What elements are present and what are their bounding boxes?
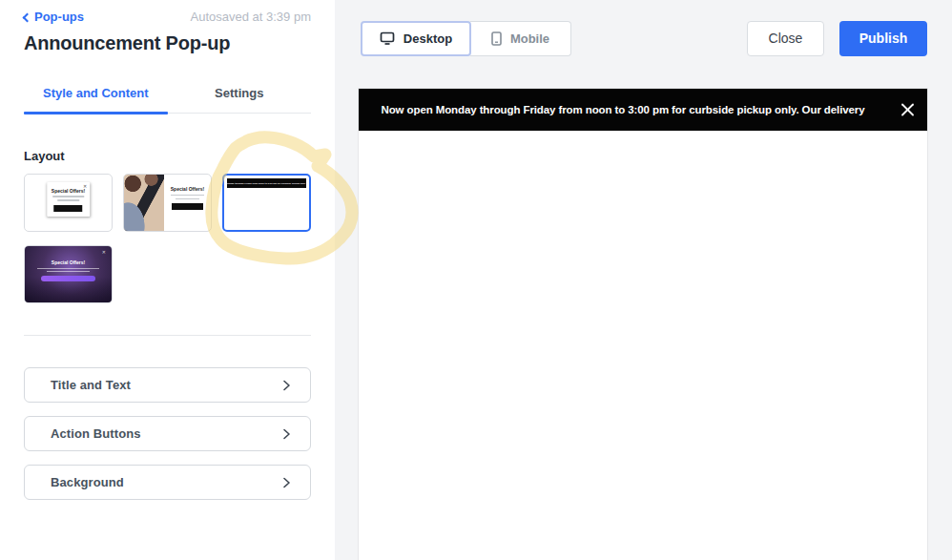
layout-option-centered-card[interactable]: ✕ Special Offers! [24, 174, 113, 232]
mini-split-body: Special Offers! [164, 175, 211, 231]
mini-text-line [37, 268, 100, 269]
mini-modal-preview: ✕ Special Offers! [47, 182, 91, 218]
device-toggle-label: Desktop [404, 31, 452, 46]
panel-tabs: Style and Content Settings [24, 86, 311, 114]
announcement-text: Now open Monday through Friday from noon… [368, 104, 878, 115]
desktop-monitor-icon [380, 31, 395, 45]
device-toggle-desktop[interactable]: Desktop [361, 21, 471, 56]
mini-text-line [176, 198, 199, 200]
device-toggle: Desktop Mobile [361, 21, 571, 56]
popup-preview-frame: Now open Monday through Friday from noon… [359, 89, 927, 560]
mini-overlay-preview: ✕ Special Offers! [25, 246, 112, 302]
mini-text-line [47, 271, 91, 272]
mini-button [41, 276, 94, 281]
mini-button [53, 205, 82, 212]
tab-settings[interactable]: Settings [168, 86, 312, 113]
mini-announcement-bar: Now open Monday through Friday from noon… [227, 178, 306, 188]
announcement-close-icon[interactable] [900, 103, 915, 117]
mini-split-preview: Special Offers! [124, 175, 211, 231]
layout-section-title: Layout [24, 149, 311, 163]
style-accordions: Title and Text Action Buttons Background [24, 367, 311, 500]
chevron-left-icon [23, 12, 32, 22]
chevron-right-icon [280, 477, 292, 488]
accordion-action-buttons[interactable]: Action Buttons [24, 416, 311, 451]
layout-options-grid: ✕ Special Offers! Special Offers! [24, 174, 311, 303]
settings-panel: Pop-ups Autosaved at 3:39 pm Announcemen… [0, 0, 335, 560]
tab-style-and-content[interactable]: Style and Content [24, 86, 168, 113]
mini-text-line [57, 199, 79, 201]
autosave-status: Autosaved at 3:39 pm [191, 10, 311, 24]
preview-toolbar: Desktop Mobile Close Publish [335, 0, 952, 76]
accordion-label: Action Buttons [51, 426, 141, 441]
back-link-label: Pop-ups [34, 10, 84, 24]
layout-option-announcement-bar[interactable]: Now open Monday through Friday from noon… [222, 174, 311, 232]
mini-modal-title: Special Offers! [52, 188, 85, 194]
mini-text-line [171, 195, 204, 197]
device-toggle-label: Mobile [510, 31, 549, 46]
toolbar-actions: Close Publish [747, 21, 927, 56]
mini-photo [124, 175, 164, 231]
mini-close-icon: ✕ [83, 184, 87, 189]
mini-modal-title: Special Offers! [171, 186, 204, 192]
accordion-label: Background [51, 475, 124, 489]
layout-option-image-overlay-card[interactable]: ✕ Special Offers! [24, 245, 113, 303]
back-to-popups-link[interactable]: Pop-ups [24, 10, 84, 24]
mini-announcement-text: Now open Monday through Friday from noon… [227, 182, 306, 185]
mini-modal-title: Special Offers! [52, 259, 85, 265]
section-divider [24, 335, 311, 336]
close-button[interactable]: Close [747, 21, 824, 56]
publish-button[interactable]: Publish [839, 21, 927, 56]
tab-label: Settings [215, 86, 263, 100]
announcement-bar-preview: Now open Monday through Friday from noon… [359, 89, 927, 131]
tab-label: Style and Content [43, 86, 149, 100]
active-tab-underline [24, 112, 168, 114]
accordion-title-and-text[interactable]: Title and Text [24, 367, 311, 403]
layout-option-image-split-card[interactable]: Special Offers! [123, 174, 212, 232]
panel-header-row: Pop-ups Autosaved at 3:39 pm [24, 10, 311, 24]
device-toggle-mobile[interactable]: Mobile [470, 21, 571, 56]
mini-button [172, 203, 202, 210]
accordion-label: Title and Text [51, 378, 131, 392]
page-title: Announcement Pop-up [24, 32, 311, 54]
mini-close-icon: ✕ [102, 250, 106, 255]
mini-text-line [52, 196, 84, 197]
mobile-phone-icon [491, 31, 502, 46]
chevron-right-icon [280, 428, 292, 440]
chevron-right-icon [280, 380, 292, 391]
accordion-background[interactable]: Background [24, 465, 311, 500]
